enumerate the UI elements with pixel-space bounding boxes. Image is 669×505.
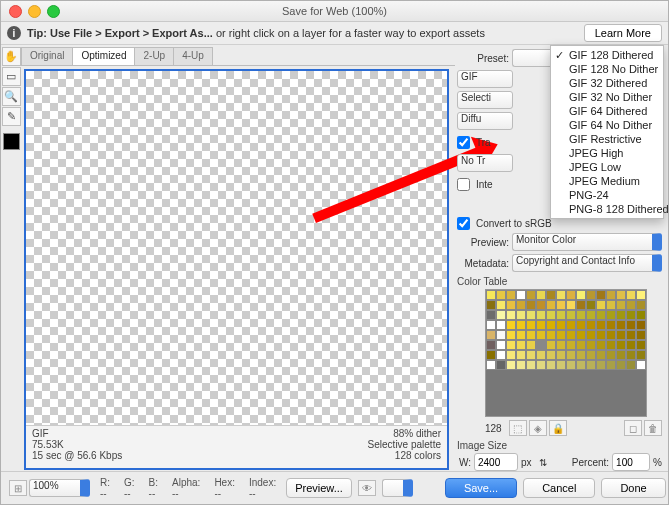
color-swatch[interactable] <box>616 320 626 330</box>
color-swatch[interactable] <box>626 330 636 340</box>
color-swatch[interactable] <box>506 300 516 310</box>
eyedropper-tool-icon[interactable]: ✎ <box>2 107 21 126</box>
color-swatch[interactable] <box>486 300 496 310</box>
color-swatch[interactable] <box>556 350 566 360</box>
color-swatch[interactable] <box>626 310 636 320</box>
color-swatch[interactable] <box>506 330 516 340</box>
color-swatch[interactable] <box>606 320 616 330</box>
color-swatch[interactable] <box>596 330 606 340</box>
color-swatch[interactable] <box>486 360 496 370</box>
color-swatch[interactable] <box>536 350 546 360</box>
tab-2up[interactable]: 2-Up <box>134 47 174 65</box>
color-swatch[interactable] <box>586 340 596 350</box>
preset-option[interactable]: GIF 32 Dithered <box>551 76 663 90</box>
color-swatch[interactable] <box>626 360 636 370</box>
color-swatch[interactable] <box>606 310 616 320</box>
color-swatch[interactable] <box>616 330 626 340</box>
color-swatch[interactable] <box>626 300 636 310</box>
color-swatch[interactable] <box>526 330 536 340</box>
width-input[interactable] <box>474 453 518 471</box>
color-swatch[interactable] <box>516 360 526 370</box>
color-swatch[interactable] <box>536 290 546 300</box>
color-swatch[interactable] <box>496 360 506 370</box>
color-swatch[interactable] <box>636 290 646 300</box>
color-swatch[interactable] <box>576 290 586 300</box>
srgb-checkbox[interactable] <box>457 217 470 230</box>
image-preview[interactable]: GIF 75.53K 15 sec @ 56.6 Kbps 88% dither… <box>24 69 449 470</box>
color-swatch[interactable] <box>516 340 526 350</box>
color-swatch[interactable] <box>636 350 646 360</box>
color-swatch[interactable] <box>526 360 536 370</box>
color-swatch[interactable] <box>496 310 506 320</box>
color-swatch[interactable] <box>496 300 506 310</box>
save-button[interactable]: Save... <box>445 478 517 498</box>
color-swatch[interactable] <box>606 350 616 360</box>
color-swatch[interactable] <box>546 290 556 300</box>
tab-original[interactable]: Original <box>21 47 73 65</box>
color-swatch[interactable] <box>586 330 596 340</box>
color-swatch[interactable] <box>616 360 626 370</box>
zoom-tool-icon[interactable]: 🔍 <box>2 87 21 106</box>
color-swatch[interactable] <box>566 290 576 300</box>
color-swatch[interactable] <box>546 330 556 340</box>
color-swatch[interactable] <box>596 320 606 330</box>
color-swatch[interactable] <box>486 350 496 360</box>
color-swatch[interactable] <box>636 320 646 330</box>
color-swatch[interactable] <box>626 320 636 330</box>
color-swatch[interactable] <box>506 350 516 360</box>
color-swatch[interactable] <box>556 360 566 370</box>
color-swatch[interactable] <box>506 360 516 370</box>
done-button[interactable]: Done <box>601 478 665 498</box>
color-swatch[interactable] <box>616 290 626 300</box>
color-swatch[interactable] <box>596 300 606 310</box>
color-table[interactable] <box>485 289 647 417</box>
tab-4up[interactable]: 4-Up <box>173 47 213 65</box>
color-swatch[interactable] <box>586 290 596 300</box>
color-swatch[interactable] <box>576 360 586 370</box>
color-swatch[interactable] <box>556 340 566 350</box>
color-swatch[interactable] <box>516 350 526 360</box>
preset-option[interactable]: GIF 64 No Dither <box>551 118 663 132</box>
color-swatch[interactable] <box>576 300 586 310</box>
color-swatch[interactable] <box>606 340 616 350</box>
color-swatch[interactable] <box>546 350 556 360</box>
color-swatch[interactable] <box>626 290 636 300</box>
lock-color-icon[interactable]: 🔒 <box>549 420 567 436</box>
preset-option[interactable]: PNG-8 128 Dithered <box>551 202 663 216</box>
color-swatch[interactable] <box>576 310 586 320</box>
color-swatch[interactable] <box>586 320 596 330</box>
color-swatch[interactable] <box>516 320 526 330</box>
color-swatch[interactable] <box>576 340 586 350</box>
color-swatch[interactable] <box>596 350 606 360</box>
preset-option[interactable]: JPEG Low <box>551 160 663 174</box>
color-swatch[interactable] <box>496 320 506 330</box>
color-swatch[interactable] <box>506 310 516 320</box>
color-swatch[interactable] <box>586 310 596 320</box>
learn-more-button[interactable]: Learn More <box>584 24 662 42</box>
color-swatch[interactable] <box>536 360 546 370</box>
color-swatch[interactable] <box>556 320 566 330</box>
color-swatch[interactable] <box>616 300 626 310</box>
browser-select[interactable] <box>382 479 413 497</box>
color-swatch[interactable] <box>606 290 616 300</box>
preset-option[interactable]: GIF 128 Dithered <box>551 48 663 62</box>
color-swatch[interactable] <box>566 310 576 320</box>
color-swatch[interactable] <box>546 310 556 320</box>
color-swatch[interactable] <box>586 300 596 310</box>
delete-color-icon[interactable]: 🗑 <box>644 420 662 436</box>
color-swatch[interactable] <box>526 290 536 300</box>
color-swatch[interactable] <box>526 350 536 360</box>
color-swatch[interactable] <box>636 360 646 370</box>
color-swatch[interactable] <box>586 350 596 360</box>
color-swatch[interactable] <box>546 320 556 330</box>
color-swatch[interactable] <box>606 300 616 310</box>
color-swatch[interactable] <box>506 290 516 300</box>
color-swatch[interactable] <box>566 320 576 330</box>
color-swatch[interactable] <box>496 290 506 300</box>
color-swatch[interactable] <box>506 340 516 350</box>
new-color-icon[interactable]: ◻ <box>624 420 642 436</box>
color-swatch[interactable] <box>496 330 506 340</box>
color-swatch[interactable] <box>576 350 586 360</box>
color-swatch[interactable] <box>566 350 576 360</box>
color-swatch[interactable] <box>506 320 516 330</box>
